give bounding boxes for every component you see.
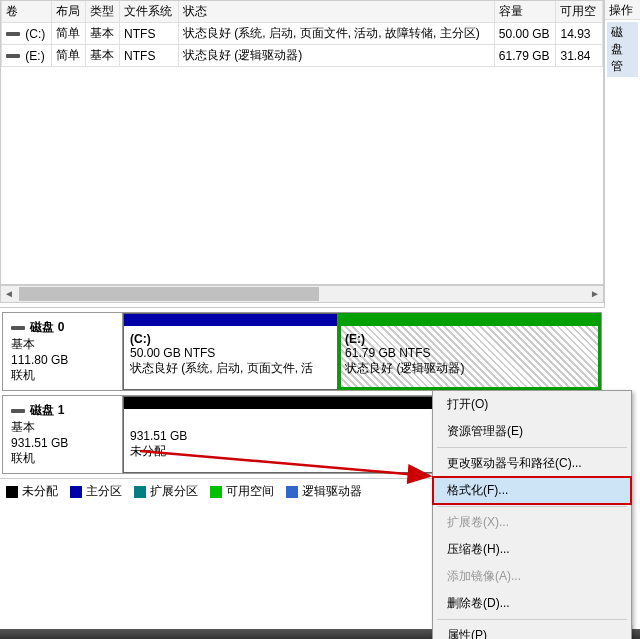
actions-panel: 操作 磁盘管: [604, 0, 640, 308]
menu-item[interactable]: 资源管理器(E): [433, 418, 631, 445]
disk-label: 磁盘 1基本931.51 GB联机: [3, 396, 123, 473]
partition-bar: [339, 314, 600, 326]
disk-icon: [11, 409, 25, 413]
col-header[interactable]: 布局: [51, 1, 85, 23]
partition[interactable]: (C:)50.00 GB NTFS状态良好 (系统, 启动, 页面文件, 活: [123, 313, 338, 390]
col-header[interactable]: 容量: [494, 1, 556, 23]
menu-item[interactable]: 更改驱动器号和路径(C)...: [433, 450, 631, 477]
volume-icon: [6, 32, 20, 36]
menu-separator: [437, 447, 627, 448]
h-scrollbar[interactable]: ◄ ►: [0, 285, 604, 303]
actions-header: 操作: [605, 0, 640, 20]
menu-separator: [437, 619, 627, 620]
menu-item[interactable]: 格式化(F)...: [433, 477, 631, 504]
legend-swatch: [6, 486, 18, 498]
legend-swatch: [70, 486, 82, 498]
menu-item[interactable]: 打开(O): [433, 391, 631, 418]
menu-item[interactable]: 属性(P): [433, 622, 631, 639]
col-header[interactable]: 可用空: [556, 1, 603, 23]
volume-table: 卷布局类型文件系统状态容量可用空 (C:)简单基本NTFS状态良好 (系统, 启…: [1, 1, 603, 67]
volume-icon: [6, 54, 20, 58]
col-header[interactable]: 状态: [179, 1, 495, 23]
partition[interactable]: (E:)61.79 GB NTFS状态良好 (逻辑驱动器): [338, 313, 601, 390]
disk-label: 磁盘 0基本111.80 GB联机: [3, 313, 123, 390]
col-header[interactable]: 类型: [86, 1, 120, 23]
partition-bar: [124, 314, 337, 326]
scroll-left-icon[interactable]: ◄: [1, 286, 17, 302]
annotation-arrow: [140, 451, 440, 453]
menu-item: 扩展卷(X)...: [433, 509, 631, 536]
disk-row: 磁盘 0基本111.80 GB联机(C:)50.00 GB NTFS状态良好 (…: [2, 312, 602, 391]
menu-item: 添加镜像(A)...: [433, 563, 631, 590]
legend-item: 主分区: [70, 483, 122, 500]
menu-separator: [437, 506, 627, 507]
volume-list-pane: 卷布局类型文件系统状态容量可用空 (C:)简单基本NTFS状态良好 (系统, 启…: [0, 0, 640, 308]
scroll-right-icon[interactable]: ►: [587, 286, 603, 302]
menu-item[interactable]: 删除卷(D)...: [433, 590, 631, 617]
table-row[interactable]: (C:)简单基本NTFS状态良好 (系统, 启动, 页面文件, 活动, 故障转储…: [2, 23, 603, 45]
disk-graph: (C:)50.00 GB NTFS状态良好 (系统, 启动, 页面文件, 活(E…: [123, 313, 601, 390]
svg-line-1: [140, 451, 430, 476]
disk-icon: [11, 326, 25, 330]
legend-item: 未分配: [6, 483, 58, 500]
table-row[interactable]: (E:)简单基本NTFS状态良好 (逻辑驱动器)61.79 GB31.84: [2, 45, 603, 67]
col-header[interactable]: 文件系统: [120, 1, 179, 23]
menu-item[interactable]: 压缩卷(H)...: [433, 536, 631, 563]
actions-item[interactable]: 磁盘管: [607, 22, 638, 77]
scroll-thumb[interactable]: [19, 287, 319, 301]
col-header[interactable]: 卷: [2, 1, 52, 23]
context-menu[interactable]: 打开(O)资源管理器(E)更改驱动器号和路径(C)...格式化(F)...扩展卷…: [432, 390, 632, 639]
